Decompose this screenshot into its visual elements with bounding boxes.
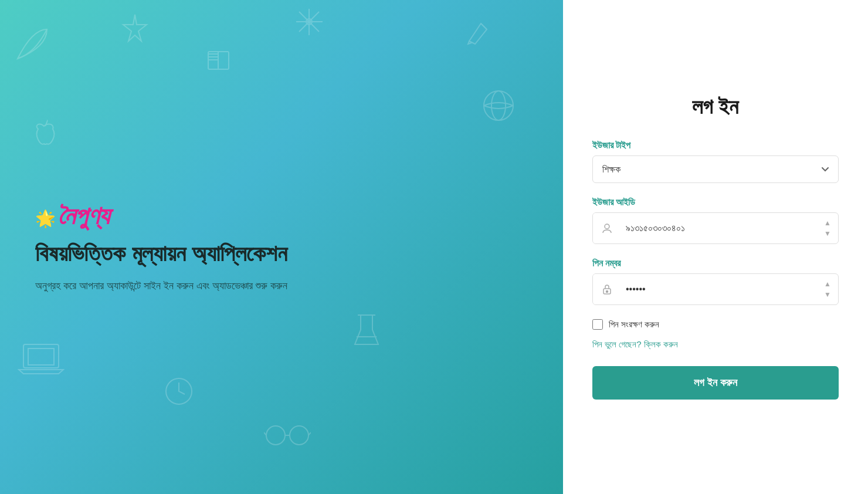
user-id-wrapper: ▲ ▼ — [592, 212, 839, 244]
pin-wrapper: ▲ ▼ — [592, 273, 839, 305]
svg-point-11 — [606, 291, 608, 293]
save-pin-label[interactable]: পিন সংরক্ষণ করুন — [609, 319, 659, 330]
deco-book-icon — [205, 47, 232, 73]
login-title: লগ ইন — [592, 94, 839, 119]
pin-down-btn[interactable]: ▼ — [822, 290, 833, 299]
deco-apple-icon — [29, 117, 62, 150]
right-panel: লগ ইন ইউজার টাইপ শিক্ষক শিক্ষার্থী অভিভা… — [563, 0, 868, 494]
app-title: বিষয়ভিত্তিক মূল্যায়ন অ্যাপ্লিকেশন — [35, 239, 528, 268]
brand-logo: নৈপুণ্য — [35, 202, 528, 230]
svg-point-1 — [491, 91, 506, 120]
deco-globe-icon — [481, 88, 516, 123]
user-id-group: ইউজার আইডি ▲ ▼ — [592, 197, 839, 244]
pin-group: পিন নম্বর ▲ ▼ — [592, 258, 839, 305]
lock-icon — [593, 274, 621, 304]
user-type-select[interactable]: শিক্ষক শিক্ষার্থী অভিভাবক প্রশাসক — [592, 155, 839, 183]
save-pin-row: পিন সংরক্ষণ করুন — [592, 319, 839, 330]
deco-beaker-icon — [352, 312, 381, 347]
login-button[interactable]: লগ ইন করুন — [592, 366, 839, 400]
deco-snowflake-icon — [293, 6, 326, 38]
pin-spinner: ▲ ▼ — [817, 279, 838, 299]
user-type-group: ইউজার টাইপ শিক্ষক শিক্ষার্থী অভিভাবক প্র… — [592, 140, 839, 183]
user-id-spinner: ▲ ▼ — [817, 218, 838, 238]
deco-clock-icon — [164, 377, 194, 406]
user-icon — [593, 213, 621, 243]
deco-glasses-icon — [264, 424, 311, 447]
brand-name: নৈপুণ্য — [35, 202, 109, 230]
user-id-input[interactable] — [621, 215, 817, 242]
user-type-label: ইউজার টাইপ — [592, 140, 839, 151]
user-id-up-btn[interactable]: ▲ — [822, 218, 833, 228]
pin-label: পিন নম্বর — [592, 258, 839, 269]
forgot-pin-link[interactable]: পিন ভুলে গেছেন? ক্লিক করুন — [592, 339, 839, 350]
svg-point-8 — [290, 426, 308, 445]
app-subtitle: অনুগ্রহ করে আপনার অ্যাকাউন্টে সাইন ইন কর… — [35, 280, 528, 292]
deco-laptop-icon — [18, 341, 65, 377]
deco-pencil-icon — [463, 18, 493, 47]
svg-point-9 — [605, 224, 609, 229]
deco-star-icon — [117, 12, 152, 47]
svg-point-7 — [266, 426, 285, 445]
user-id-down-btn[interactable]: ▼ — [822, 229, 833, 238]
pin-up-btn[interactable]: ▲ — [822, 279, 833, 289]
user-id-label: ইউজার আইডি — [592, 197, 839, 208]
deco-leaf-icon — [12, 23, 53, 65]
svg-rect-5 — [28, 348, 54, 365]
svg-point-0 — [484, 91, 513, 120]
pin-input[interactable] — [621, 276, 817, 303]
left-panel: নৈপুণ্য বিষয়ভিত্তিক মূল্যায়ন অ্যাপ্লিক… — [0, 0, 563, 494]
save-pin-checkbox[interactable] — [592, 319, 603, 330]
